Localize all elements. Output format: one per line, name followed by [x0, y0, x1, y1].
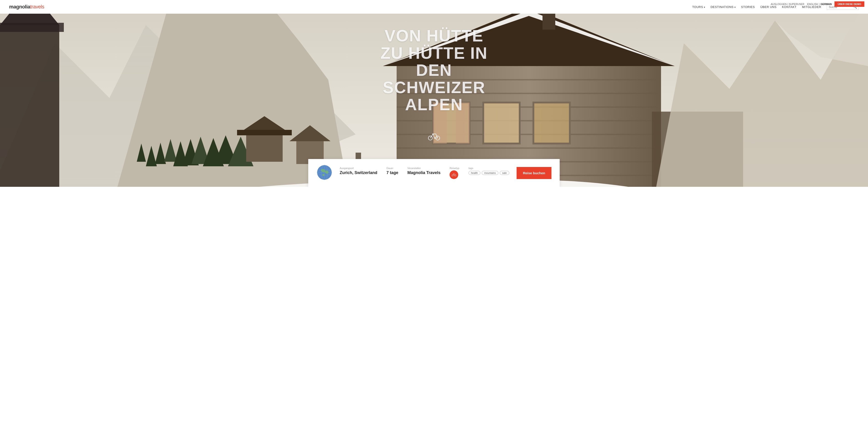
ausgangsort-label: Ausgangsort: [340, 167, 377, 169]
language-switcher: ENGLISH | GERMAN: [807, 3, 832, 5]
tags-list: health mountains sale: [468, 171, 509, 175]
veranstalter-item: Veranstalter Magnolia Travels: [407, 167, 440, 179]
nav-destinations[interactable]: DESTINATIONS: [711, 5, 736, 9]
tags-item: tags health mountains sale: [468, 167, 509, 179]
site-header: magnoliatravels TOURS DESTINATIONS STORI…: [0, 0, 868, 14]
hero-bike-icon: [428, 132, 440, 142]
top-bar: AUSLOGGEN | SUPERUSER ENGLISH | GERMAN Ü…: [767, 0, 868, 8]
hero-title: VON HÜTTE ZU HÜTTE IN DEN SCHWEIZER ALPE…: [380, 27, 488, 113]
dauer-label: Dauer: [386, 167, 398, 169]
svg-rect-39: [483, 102, 520, 143]
globe-icon: [316, 164, 332, 181]
tag-sale[interactable]: sale: [500, 171, 509, 175]
hero-title-line4: SCHWEIZER: [380, 79, 488, 96]
svg-rect-15: [0, 25, 59, 187]
logo-sub: travels: [30, 4, 44, 9]
svg-rect-20: [237, 130, 292, 135]
veranstalter-label: Veranstalter: [407, 167, 440, 169]
svg-rect-40: [533, 102, 570, 143]
ausgangsort-value: Zurich, Switzerland: [340, 170, 377, 175]
demo-button[interactable]: ÜBER DIESE DEMO: [835, 1, 864, 7]
info-details: Ausgangsort Zurich, Switzerland Dauer 7 …: [340, 167, 509, 179]
svg-rect-17: [0, 23, 64, 32]
reisetyp-bike-icon: [450, 170, 458, 179]
lang-separator: |: [819, 3, 820, 5]
svg-point-72: [454, 175, 454, 176]
veranstalter-value: Magnolia Travels: [407, 170, 440, 175]
info-card: Ausgangsort Zurich, Switzerland Dauer 7 …: [308, 159, 560, 187]
logo-main: magnolia: [9, 4, 30, 9]
hero-section: VON HÜTTE ZU HÜTTE IN DEN SCHWEIZER ALPE…: [0, 0, 868, 187]
hero-title-line2: ZU HÜTTE IN: [380, 45, 488, 62]
lang-german[interactable]: GERMAN: [820, 3, 832, 5]
nav-stories[interactable]: STORIES: [741, 5, 755, 9]
tag-mountains[interactable]: mountains: [482, 171, 498, 175]
hero-title-line5: ALPEN: [380, 96, 488, 113]
hero-title-line3: DEN: [380, 62, 488, 79]
logout-button[interactable]: AUSLOGGEN | SUPERUSER: [771, 3, 804, 5]
nav-tours[interactable]: TOURS: [692, 5, 705, 9]
ausgangsort-item: Ausgangsort Zurich, Switzerland: [340, 167, 377, 179]
svg-rect-18: [246, 134, 283, 162]
book-button[interactable]: Reise buchen: [517, 167, 552, 179]
tag-health[interactable]: health: [468, 171, 480, 175]
dauer-item: Dauer 7 tage: [386, 167, 398, 179]
dauer-value: 7 tage: [386, 170, 398, 175]
lang-english[interactable]: ENGLISH: [807, 3, 818, 5]
site-logo[interactable]: magnoliatravels: [9, 4, 44, 10]
reisetyp-item: Reisetyp: [450, 167, 459, 179]
hero-title-line1: VON HÜTTE: [380, 27, 488, 45]
reisetyp-label: Reisetyp: [450, 167, 459, 169]
tags-label: tags: [468, 167, 509, 169]
